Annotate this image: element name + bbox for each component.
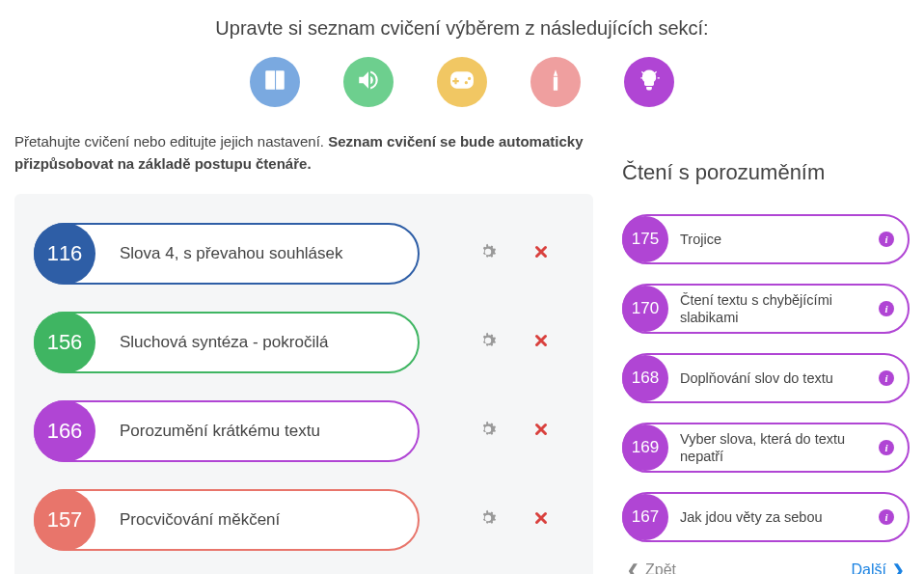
exercise-label: Procvičování měkčení (95, 510, 280, 530)
exercise-number: 166 (34, 400, 95, 462)
exercise-number: 168 (622, 355, 668, 401)
info-icon[interactable]: i (879, 232, 894, 247)
exercise-label: Čtení textu s chybějícími slabikami (668, 287, 908, 331)
exercise-number: 169 (622, 424, 668, 471)
exercise-label: Doplňování slov do textu (668, 365, 872, 392)
next-button[interactable]: Další ❯ (852, 561, 905, 574)
right-panel-title: Čtení s porozuměním (622, 160, 910, 185)
exercise-label: Vyber slova, která do textu nepatří (668, 425, 908, 470)
exercise-label: Porozumění krátkému textu (95, 422, 320, 441)
exercise-row[interactable]: 157 Procvičování měkčení (34, 489, 574, 551)
exercise-list: 116 Slova 4, s převahou souhlásek 156 Sl… (14, 194, 593, 574)
exercise-number: 157 (34, 489, 95, 551)
lightbulb-icon (637, 68, 662, 96)
exercise-label: Jak jdou věty za sebou (668, 504, 861, 531)
category-reading-button[interactable] (250, 57, 300, 107)
exercise-row[interactable]: 116 Slova 4, s převahou souhlásek (34, 223, 574, 285)
exercise-row[interactable]: 166 Porozumění krátkému textu (34, 400, 574, 462)
info-icon[interactable]: i (879, 509, 894, 525)
remove-icon[interactable] (532, 241, 550, 266)
exercise-number: 116 (34, 223, 95, 285)
gear-icon[interactable] (477, 419, 499, 444)
exercise-number: 175 (622, 216, 668, 262)
available-exercise[interactable]: 175 Trojice i (622, 214, 910, 264)
exercise-number: 170 (622, 286, 668, 332)
info-icon[interactable]: i (879, 370, 894, 386)
exercise-number: 156 (34, 312, 95, 373)
pager: ❮ Zpět Další ❯ (622, 561, 910, 574)
exercise-label: Sluchová syntéza - pokročilá (95, 333, 328, 352)
exercise-number: 167 (622, 494, 668, 540)
exercise-label: Slova 4, s převahou souhlásek (95, 244, 343, 263)
pencil-icon (543, 68, 568, 96)
category-icon-row (14, 57, 910, 107)
available-exercise[interactable]: 168 Doplňování slov do textu i (622, 353, 910, 403)
gamepad-icon (449, 68, 475, 96)
available-exercise[interactable]: 169 Vyber slova, která do textu nepatří … (622, 423, 910, 473)
exercise-label: Trojice (668, 226, 760, 253)
category-writing-button[interactable] (530, 57, 581, 107)
book-icon (262, 68, 287, 96)
available-exercise[interactable]: 167 Jak jdou věty za sebou i (622, 492, 910, 542)
remove-icon[interactable] (532, 330, 550, 355)
chevron-right-icon: ❯ (892, 561, 905, 574)
sound-icon (356, 68, 381, 96)
gear-icon[interactable] (477, 330, 499, 355)
gear-icon[interactable] (477, 507, 499, 533)
info-icon[interactable]: i (879, 440, 894, 455)
info-icon[interactable]: i (879, 301, 894, 316)
instructions-text: Přetahujte cvičení nebo editujte jejich … (14, 131, 593, 175)
exercise-row[interactable]: 156 Sluchová syntéza - pokročilá (34, 312, 574, 373)
chevron-left-icon: ❮ (627, 561, 639, 574)
remove-icon[interactable] (532, 507, 550, 533)
category-games-button[interactable] (437, 57, 487, 107)
category-listening-button[interactable] (343, 57, 394, 107)
gear-icon[interactable] (477, 241, 499, 266)
category-comprehension-button[interactable] (624, 57, 674, 107)
page-heading: Upravte si seznam cvičení výběrem z násl… (14, 17, 910, 40)
remove-icon[interactable] (532, 419, 550, 444)
back-button[interactable]: ❮ Zpět (627, 561, 676, 574)
available-exercise[interactable]: 170 Čtení textu s chybějícími slabikami … (622, 284, 910, 334)
